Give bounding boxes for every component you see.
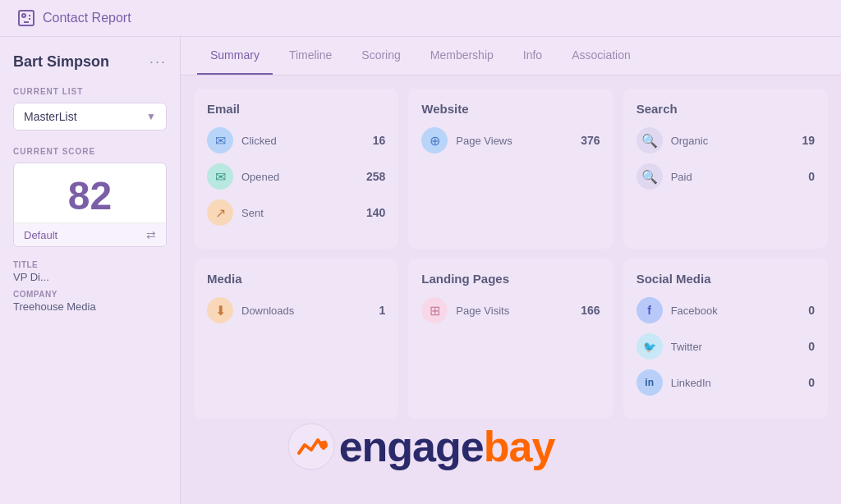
tab-summary[interactable]: Summary: [197, 37, 273, 75]
tab-association[interactable]: Association: [558, 37, 644, 75]
page-visits-value: 166: [576, 304, 600, 317]
email-opened-value: 258: [361, 170, 385, 183]
tab-membership[interactable]: Membership: [417, 37, 507, 75]
downloads-label: Downloads: [241, 305, 352, 317]
email-card-title: Email: [207, 102, 385, 116]
downloads-row: ⬇ Downloads 1: [207, 297, 385, 323]
landing-pages-card: Landing Pages ⊞ Page Visits 166: [408, 259, 613, 419]
twitter-row: 🐦 Twitter 0: [636, 333, 815, 360]
contact-report-icon: [16, 8, 36, 28]
paid-value: 0: [790, 170, 815, 183]
email-clicked-label: Clicked: [241, 135, 352, 147]
organic-value: 19: [790, 134, 815, 147]
header: Contact Report: [0, 0, 841, 37]
header-title: Contact Report: [43, 11, 131, 25]
twitter-value: 0: [790, 340, 815, 353]
title-value: VP Di...: [13, 271, 167, 283]
twitter-icon: 🐦: [636, 333, 663, 360]
company-label: Company: [13, 290, 167, 299]
organic-search-row: 🔍 Organic 19: [636, 127, 815, 153]
media-card-title: Media: [207, 272, 385, 286]
svg-rect-0: [19, 11, 34, 25]
company-value: Treehouse Media: [13, 300, 167, 313]
paid-search-row: 🔍 Paid 0: [636, 163, 815, 190]
organic-label: Organic: [671, 135, 782, 147]
email-clicked-icon: ✉: [207, 127, 233, 153]
contact-company-item: Company Treehouse Media: [13, 290, 167, 313]
score-value: 82: [27, 176, 153, 216]
landing-pages-card-title: Landing Pages: [421, 272, 600, 286]
score-footer: Default ⇄: [14, 222, 166, 246]
content-area: Summary Timeline Scoring Membership Info…: [181, 37, 841, 504]
organic-search-icon: 🔍: [636, 127, 663, 153]
email-sent-row: ↗ Sent 140: [207, 199, 385, 226]
tab-timeline[interactable]: Timeline: [276, 37, 345, 75]
contact-name: Bart Simpson: [13, 53, 109, 71]
current-score-label: CURRENT SCORE: [13, 147, 167, 156]
linkedin-value: 0: [790, 376, 815, 389]
website-card-title: Website: [421, 102, 600, 116]
facebook-icon: f: [636, 297, 663, 323]
main-layout: Bart Simpson ··· CURRENT LIST MasterList…: [0, 37, 841, 504]
search-card: Search 🔍 Organic 19 🔍 Paid 0: [623, 89, 828, 249]
media-card: Media ⬇ Downloads 1: [194, 259, 398, 419]
search-card-title: Search: [636, 102, 815, 116]
email-clicked-row: ✉ Clicked 16: [207, 127, 385, 153]
title-label: Title: [13, 260, 167, 269]
page-views-value: 376: [576, 134, 600, 147]
paid-search-icon: 🔍: [636, 163, 663, 190]
email-card: Email ✉ Clicked 16 ✉ Opened 258 ↗ Sent 1…: [194, 89, 398, 249]
score-box: 82 Default ⇄: [13, 163, 167, 247]
email-opened-label: Opened: [241, 171, 352, 183]
email-opened-row: ✉ Opened 258: [207, 163, 385, 190]
email-sent-value: 140: [361, 206, 385, 219]
paid-label: Paid: [671, 171, 782, 183]
tab-info[interactable]: Info: [510, 37, 555, 75]
sidebar: Bart Simpson ··· CURRENT LIST MasterList…: [0, 37, 181, 504]
page-views-label: Page Views: [456, 135, 567, 147]
tabs-bar: Summary Timeline Scoring Membership Info…: [181, 37, 841, 76]
page-visits-icon: ⊞: [421, 297, 448, 323]
social-media-card-title: Social Media: [636, 272, 815, 286]
contact-title-item: Title VP Di...: [13, 260, 167, 283]
page-views-row: ⊕ Page Views 376: [421, 127, 600, 153]
contact-name-row: Bart Simpson ···: [13, 53, 167, 71]
email-sent-label: Sent: [241, 207, 352, 219]
current-list-label: CURRENT LIST: [13, 87, 167, 96]
score-refresh-icon[interactable]: ⇄: [146, 228, 156, 241]
social-media-card: Social Media f Facebook 0 🐦 Twitter 0 in…: [623, 259, 828, 419]
dropdown-arrow-icon: ▼: [146, 111, 156, 122]
linkedin-row: in LinkedIn 0: [636, 369, 815, 396]
email-sent-icon: ↗: [207, 199, 233, 226]
score-default-label: Default: [24, 229, 57, 241]
page-visits-label: Page Visits: [456, 305, 567, 317]
linkedin-icon: in: [636, 369, 663, 396]
svg-point-1: [22, 14, 25, 17]
downloads-icon: ⬇: [207, 297, 233, 323]
page-views-icon: ⊕: [421, 127, 448, 153]
email-clicked-value: 16: [361, 134, 385, 147]
tab-scoring[interactable]: Scoring: [348, 37, 413, 75]
list-dropdown[interactable]: MasterList ▼: [13, 103, 167, 131]
list-dropdown-value: MasterList: [24, 110, 77, 123]
facebook-label: Facebook: [671, 305, 782, 317]
facebook-value: 0: [790, 304, 815, 317]
twitter-label: Twitter: [671, 341, 782, 353]
facebook-row: f Facebook 0: [636, 297, 815, 323]
website-card: Website ⊕ Page Views 376: [408, 89, 613, 249]
page-visits-row: ⊞ Page Visits 166: [421, 297, 600, 323]
summary-cards-grid: Email ✉ Clicked 16 ✉ Opened 258 ↗ Sent 1…: [181, 76, 841, 432]
email-opened-icon: ✉: [207, 163, 233, 190]
downloads-value: 1: [361, 304, 385, 317]
more-options-button[interactable]: ···: [149, 53, 167, 71]
linkedin-label: LinkedIn: [671, 377, 782, 389]
